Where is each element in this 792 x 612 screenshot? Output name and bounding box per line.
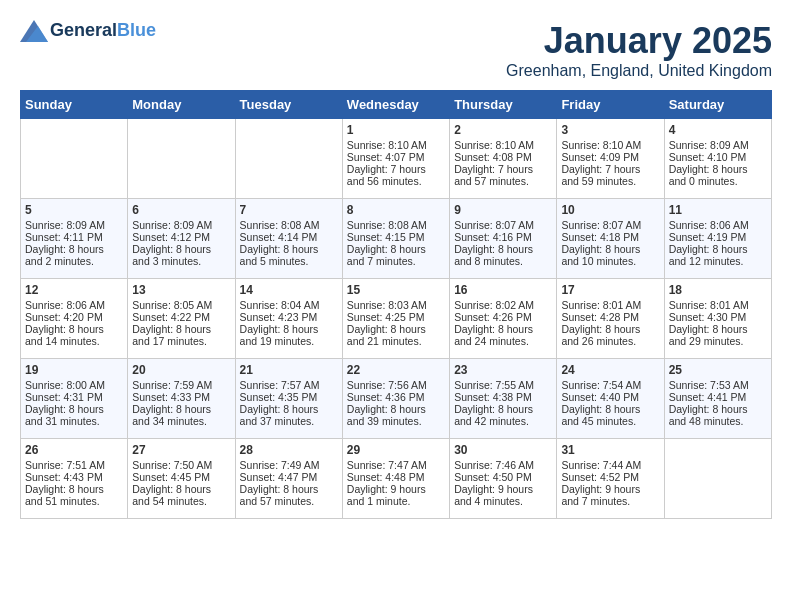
calendar-cell: 12Sunrise: 8:06 AMSunset: 4:20 PMDayligh… [21, 279, 128, 359]
day-number: 17 [561, 283, 659, 297]
sunset-text: Sunset: 4:12 PM [132, 231, 230, 243]
sunrise-text: Sunrise: 7:44 AM [561, 459, 659, 471]
calendar-cell: 19Sunrise: 8:00 AMSunset: 4:31 PMDayligh… [21, 359, 128, 439]
calendar-week-row: 26Sunrise: 7:51 AMSunset: 4:43 PMDayligh… [21, 439, 772, 519]
day-number: 7 [240, 203, 338, 217]
sunrise-text: Sunrise: 8:00 AM [25, 379, 123, 391]
calendar-cell: 25Sunrise: 7:53 AMSunset: 4:41 PMDayligh… [664, 359, 771, 439]
daylight-text: Daylight: 7 hours and 59 minutes. [561, 163, 659, 187]
calendar-cell: 28Sunrise: 7:49 AMSunset: 4:47 PMDayligh… [235, 439, 342, 519]
sunset-text: Sunset: 4:08 PM [454, 151, 552, 163]
calendar-cell: 22Sunrise: 7:56 AMSunset: 4:36 PMDayligh… [342, 359, 449, 439]
month-title: January 2025 [506, 20, 772, 62]
weekday-header: Monday [128, 91, 235, 119]
sunrise-text: Sunrise: 7:46 AM [454, 459, 552, 471]
calendar-cell: 7Sunrise: 8:08 AMSunset: 4:14 PMDaylight… [235, 199, 342, 279]
sunset-text: Sunset: 4:41 PM [669, 391, 767, 403]
calendar-cell: 11Sunrise: 8:06 AMSunset: 4:19 PMDayligh… [664, 199, 771, 279]
sunset-text: Sunset: 4:40 PM [561, 391, 659, 403]
calendar-cell: 15Sunrise: 8:03 AMSunset: 4:25 PMDayligh… [342, 279, 449, 359]
logo: GeneralBlue [20, 20, 156, 42]
sunset-text: Sunset: 4:19 PM [669, 231, 767, 243]
calendar-cell: 2Sunrise: 8:10 AMSunset: 4:08 PMDaylight… [450, 119, 557, 199]
day-number: 25 [669, 363, 767, 377]
day-number: 19 [25, 363, 123, 377]
daylight-text: Daylight: 8 hours and 57 minutes. [240, 483, 338, 507]
daylight-text: Daylight: 8 hours and 14 minutes. [25, 323, 123, 347]
day-number: 24 [561, 363, 659, 377]
weekday-header: Thursday [450, 91, 557, 119]
day-number: 16 [454, 283, 552, 297]
sunrise-text: Sunrise: 7:51 AM [25, 459, 123, 471]
weekday-header: Friday [557, 91, 664, 119]
daylight-text: Daylight: 8 hours and 26 minutes. [561, 323, 659, 347]
calendar-cell: 9Sunrise: 8:07 AMSunset: 4:16 PMDaylight… [450, 199, 557, 279]
daylight-text: Daylight: 8 hours and 42 minutes. [454, 403, 552, 427]
calendar-cell: 3Sunrise: 8:10 AMSunset: 4:09 PMDaylight… [557, 119, 664, 199]
calendar-cell: 29Sunrise: 7:47 AMSunset: 4:48 PMDayligh… [342, 439, 449, 519]
calendar-cell: 30Sunrise: 7:46 AMSunset: 4:50 PMDayligh… [450, 439, 557, 519]
daylight-text: Daylight: 8 hours and 3 minutes. [132, 243, 230, 267]
sunset-text: Sunset: 4:48 PM [347, 471, 445, 483]
location: Greenham, England, United Kingdom [506, 62, 772, 80]
calendar-cell: 1Sunrise: 8:10 AMSunset: 4:07 PMDaylight… [342, 119, 449, 199]
day-number: 5 [25, 203, 123, 217]
weekday-header: Sunday [21, 91, 128, 119]
sunset-text: Sunset: 4:43 PM [25, 471, 123, 483]
calendar-cell: 21Sunrise: 7:57 AMSunset: 4:35 PMDayligh… [235, 359, 342, 439]
day-number: 27 [132, 443, 230, 457]
sunset-text: Sunset: 4:11 PM [25, 231, 123, 243]
sunrise-text: Sunrise: 8:01 AM [669, 299, 767, 311]
sunrise-text: Sunrise: 8:08 AM [240, 219, 338, 231]
calendar-cell: 14Sunrise: 8:04 AMSunset: 4:23 PMDayligh… [235, 279, 342, 359]
calendar-cell: 18Sunrise: 8:01 AMSunset: 4:30 PMDayligh… [664, 279, 771, 359]
sunset-text: Sunset: 4:16 PM [454, 231, 552, 243]
calendar-cell: 5Sunrise: 8:09 AMSunset: 4:11 PMDaylight… [21, 199, 128, 279]
daylight-text: Daylight: 8 hours and 2 minutes. [25, 243, 123, 267]
daylight-text: Daylight: 8 hours and 45 minutes. [561, 403, 659, 427]
calendar-cell: 17Sunrise: 8:01 AMSunset: 4:28 PMDayligh… [557, 279, 664, 359]
calendar-week-row: 1Sunrise: 8:10 AMSunset: 4:07 PMDaylight… [21, 119, 772, 199]
sunrise-text: Sunrise: 8:09 AM [25, 219, 123, 231]
day-number: 11 [669, 203, 767, 217]
sunrise-text: Sunrise: 8:10 AM [561, 139, 659, 151]
daylight-text: Daylight: 7 hours and 56 minutes. [347, 163, 445, 187]
calendar-cell [664, 439, 771, 519]
weekday-header-row: SundayMondayTuesdayWednesdayThursdayFrid… [21, 91, 772, 119]
daylight-text: Daylight: 8 hours and 34 minutes. [132, 403, 230, 427]
sunset-text: Sunset: 4:07 PM [347, 151, 445, 163]
sunrise-text: Sunrise: 7:57 AM [240, 379, 338, 391]
daylight-text: Daylight: 8 hours and 29 minutes. [669, 323, 767, 347]
sunrise-text: Sunrise: 8:01 AM [561, 299, 659, 311]
calendar-cell: 6Sunrise: 8:09 AMSunset: 4:12 PMDaylight… [128, 199, 235, 279]
daylight-text: Daylight: 8 hours and 51 minutes. [25, 483, 123, 507]
day-number: 30 [454, 443, 552, 457]
sunset-text: Sunset: 4:10 PM [669, 151, 767, 163]
calendar-cell: 27Sunrise: 7:50 AMSunset: 4:45 PMDayligh… [128, 439, 235, 519]
day-number: 22 [347, 363, 445, 377]
sunset-text: Sunset: 4:23 PM [240, 311, 338, 323]
sunset-text: Sunset: 4:31 PM [25, 391, 123, 403]
calendar-table: SundayMondayTuesdayWednesdayThursdayFrid… [20, 90, 772, 519]
daylight-text: Daylight: 8 hours and 54 minutes. [132, 483, 230, 507]
calendar-week-row: 12Sunrise: 8:06 AMSunset: 4:20 PMDayligh… [21, 279, 772, 359]
day-number: 12 [25, 283, 123, 297]
sunrise-text: Sunrise: 7:54 AM [561, 379, 659, 391]
sunrise-text: Sunrise: 8:02 AM [454, 299, 552, 311]
day-number: 31 [561, 443, 659, 457]
sunrise-text: Sunrise: 8:03 AM [347, 299, 445, 311]
sunset-text: Sunset: 4:14 PM [240, 231, 338, 243]
weekday-header: Saturday [664, 91, 771, 119]
daylight-text: Daylight: 8 hours and 8 minutes. [454, 243, 552, 267]
daylight-text: Daylight: 8 hours and 5 minutes. [240, 243, 338, 267]
day-number: 9 [454, 203, 552, 217]
weekday-header: Wednesday [342, 91, 449, 119]
day-number: 10 [561, 203, 659, 217]
daylight-text: Daylight: 8 hours and 21 minutes. [347, 323, 445, 347]
calendar-cell: 10Sunrise: 8:07 AMSunset: 4:18 PMDayligh… [557, 199, 664, 279]
sunrise-text: Sunrise: 7:55 AM [454, 379, 552, 391]
logo-text: GeneralBlue [50, 20, 156, 42]
sunrise-text: Sunrise: 7:50 AM [132, 459, 230, 471]
sunrise-text: Sunrise: 8:07 AM [454, 219, 552, 231]
calendar-cell: 20Sunrise: 7:59 AMSunset: 4:33 PMDayligh… [128, 359, 235, 439]
